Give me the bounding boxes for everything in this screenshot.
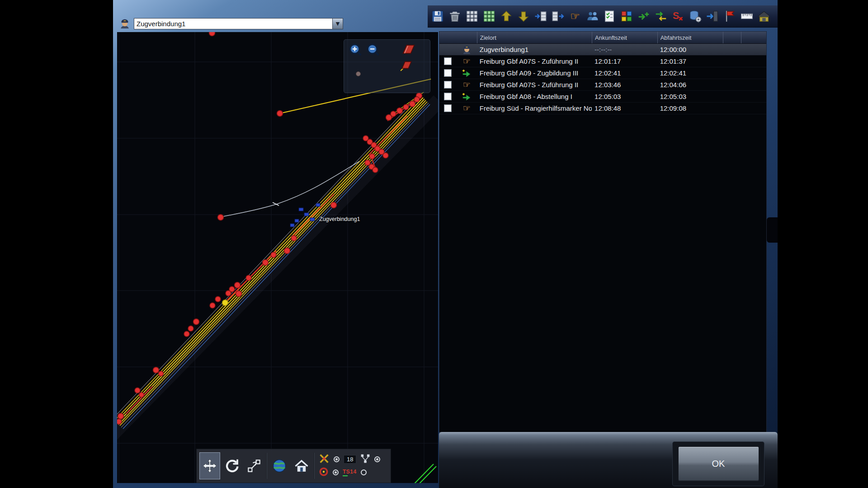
header-extra-1[interactable] [723,32,741,43]
toolbar-separator [266,453,267,479]
row-checkbox-cell [439,67,457,79]
track-map[interactable]: Zugverbindung1 [117,32,438,483]
route-arrow-icon [461,68,472,79]
row-zielort: Freiburg Gbf A09 - Zugbildung III [477,67,592,79]
insert-before-icon[interactable] [533,7,548,25]
grid-small-icon[interactable] [464,7,480,25]
zoom-in-icon[interactable] [348,42,364,59]
database-settings-icon[interactable] [687,7,703,25]
route-arrow-icon [461,91,472,102]
delete-icon[interactable] [447,7,462,25]
schedule-table: Zielort Ankunftszeit Abfahrtszeit Zugver… [439,31,767,432]
add-route-icon[interactable] [636,7,651,25]
save-icon[interactable] [429,7,445,25]
row-abfahrtszeit: 12:00:00 [657,44,723,55]
option-radio[interactable] [333,469,339,475]
header-icon-column[interactable] [439,32,477,43]
row-ankunftszeit: 12:02:41 [592,67,657,79]
grid-large-icon[interactable] [481,7,497,25]
header-extra-2[interactable] [741,32,766,43]
ok-button[interactable]: OK [678,446,759,481]
toolbar-separator [314,453,315,479]
table-row[interactable]: ☞Freiburg Süd - Rangierhilfsmarker No12:… [439,103,766,114]
table-header: Zielort Ankunftszeit Abfahrtszeit [439,32,766,44]
merge-route-icon[interactable] [653,7,669,25]
bottom-panel: OK [439,432,778,488]
svg-text:☞: ☞ [570,10,580,23]
rotate-tool-icon[interactable] [222,453,242,479]
row-ankunftszeit: 12:08:48 [592,103,657,114]
modules-icon[interactable] [618,7,634,25]
track-segment-icon[interactable] [401,42,416,57]
move-node-tool-icon[interactable] [244,453,264,479]
row-checkbox[interactable] [444,93,452,100]
row-icon-cell: ☞ [457,79,477,90]
hand-icon[interactable]: ☞ [567,7,583,25]
row-checkbox-cell [439,91,457,102]
hand-icon: ☞ [463,104,471,113]
pan-tool-icon[interactable] [200,453,220,479]
overlay-marker-dot [356,71,361,76]
option-radio[interactable] [334,456,340,462]
row-checkbox[interactable] [444,104,452,112]
track-edit-icon[interactable] [399,60,414,74]
combobox-dropdown-button[interactable]: ▼ [332,19,343,29]
row-icon-cell [457,67,477,79]
row-zielort: Freiburg Gbf A07S - Zuführung II [477,79,592,90]
ruler-icon[interactable] [739,7,755,25]
timetable-editor-window: Zugverbindung1 ▼ [113,0,778,488]
row-icon-cell: ☞ [457,103,477,114]
row-ankunftszeit: 12:05:03 [592,91,657,102]
row-checkbox[interactable] [444,81,452,89]
import-icon[interactable] [704,7,720,25]
driver-icon [461,44,472,55]
table-row[interactable]: Zugverbindung1--:--:--12:00:00 [439,44,766,56]
row-abfahrtszeit: 12:02:41 [657,67,723,79]
flag-icon[interactable] [722,7,737,25]
header-abfahrtszeit[interactable]: Abfahrtszeit [657,32,723,43]
train-combobox[interactable]: Zugverbindung1 ▼ [134,18,343,29]
move-down-icon[interactable] [515,7,531,25]
map-train-label: Zugverbindung1 [319,216,360,222]
checklist-icon[interactable] [601,7,617,25]
map-toolbar: 18 [196,449,391,483]
ok-button-frame: OK [673,442,764,486]
table-row[interactable]: Freiburg Gbf A09 - Zugbildung III12:02:4… [439,67,766,79]
globe-icon[interactable] [269,453,289,479]
row-checkbox[interactable] [444,57,452,65]
row-ankunftszeit: 12:03:46 [592,79,657,90]
header-zielort[interactable]: Zielort [477,32,592,43]
header-ankunftszeit[interactable]: Ankunftszeit [592,32,657,43]
junction-icon[interactable] [360,454,370,465]
loop-icon[interactable] [319,467,329,479]
svg-text:S: S [672,10,679,21]
track-map-canvas [117,32,438,483]
side-tab[interactable] [767,217,778,243]
zoom-out-icon[interactable] [365,42,382,59]
train-select-row: Zugverbindung1 ▼ [118,17,343,30]
passengers-icon[interactable] [584,7,600,25]
option-radio[interactable] [361,469,367,475]
row-abfahrtszeit: 12:09:08 [657,103,723,114]
hand-icon: ☞ [463,57,471,66]
screen: Zugverbindung1 ▼ [0,0,868,488]
table-row[interactable]: ☞Freiburg Gbf A07S - Zuführung II12:01:1… [439,56,766,67]
move-up-icon[interactable] [498,7,514,25]
option-radio[interactable] [374,456,380,462]
crossing-icon[interactable] [319,453,330,466]
home-view-icon[interactable] [292,453,311,479]
row-checkbox[interactable] [444,69,452,77]
depot-icon[interactable] [756,7,772,25]
table-row[interactable]: ☞Freiburg Gbf A07S - Zuführung II12:03:4… [439,79,766,91]
insert-after-icon[interactable] [550,7,566,25]
train-combobox-value: Zugverbindung1 [134,20,332,28]
row-checkbox-cell [439,103,457,114]
remove-route-icon[interactable]: S [670,7,686,25]
hand-icon: ☞ [463,80,471,89]
table-row[interactable]: Freiburg Gbf A08 - Abstellung I12:05:031… [439,91,766,103]
row-checkbox-cell [439,79,457,90]
row-abfahrtszeit: 12:04:06 [657,79,723,90]
row-icon-cell [457,44,477,55]
row-zielort: Zugverbindung1 [477,44,592,55]
row-zielort: Freiburg Süd - Rangierhilfsmarker No [477,103,592,114]
